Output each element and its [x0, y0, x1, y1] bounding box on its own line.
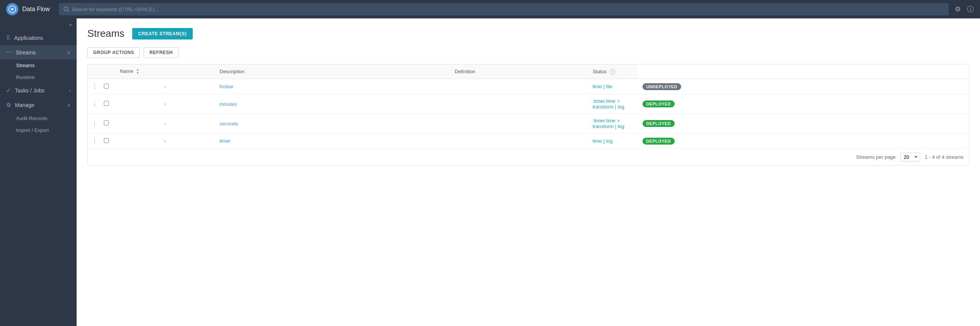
row-expand-cell[interactable]: › [115, 133, 215, 149]
stream-name-link[interactable]: minutes [220, 101, 237, 107]
expand-arrow-icon[interactable]: › [118, 101, 213, 107]
sort-desc-icon: ▼ [136, 72, 139, 75]
row-status-cell: DEPLOYED [638, 114, 969, 133]
row-name-cell: foobar [215, 79, 450, 94]
stream-name-link[interactable]: seconds [220, 121, 238, 127]
search-bar[interactable] [59, 3, 949, 15]
expand-col-header [102, 64, 115, 79]
sidebar-sub-item-runtime[interactable]: Runtime [0, 71, 77, 83]
status-badge: UNDEPLOYED [642, 83, 681, 90]
header-actions: ⚙ ⓘ [955, 5, 974, 14]
sidebar-item-manage[interactable]: ⚙ Manage ∨ [0, 98, 77, 112]
group-actions-button[interactable]: GROUP ACTIONS [87, 47, 140, 58]
sidebar-collapse[interactable]: « [0, 18, 77, 31]
checkbox-col-header [88, 64, 102, 79]
description-col-header: Description [215, 64, 450, 79]
row-expand-cell[interactable]: › [115, 79, 215, 94]
dots-menu-icon[interactable]: ⋮ [90, 137, 99, 145]
expand-arrow-icon[interactable]: › [118, 138, 213, 144]
streams-chevron-icon: ∨ [67, 50, 70, 55]
sort-asc-icon: ▲ [136, 68, 139, 71]
search-icon [64, 7, 69, 12]
table-row: ⋮ › timer time | log DEPLOYED [88, 133, 969, 149]
row-definition-cell: :timer.time > transform | log [588, 94, 638, 114]
definition-value: time | log [593, 138, 613, 144]
row-name-cell: seconds [215, 114, 450, 133]
table-row: ⋮ › seconds :timer.time > transform | lo… [88, 114, 969, 133]
tasks-icon: ✓ [6, 87, 11, 94]
row-description-cell [450, 133, 588, 149]
sidebar-item-tasks-label: Tasks / Jobs [15, 87, 44, 94]
sidebar-item-tasks[interactable]: ✓ Tasks / Jobs › [0, 83, 77, 98]
collapse-button[interactable]: « [69, 21, 72, 28]
dots-menu-icon[interactable]: ⋮ [90, 83, 99, 90]
table-footer: Streams per page 20 50 100 1 - 4 of 4 st… [88, 148, 969, 165]
row-expand-cell[interactable]: › [115, 94, 215, 114]
page-range-label: 1 - 4 of 4 streams [925, 154, 964, 160]
tasks-chevron-icon: › [69, 88, 70, 93]
app-title: Data Flow [22, 6, 50, 13]
status-info-icon[interactable]: i [610, 69, 615, 75]
name-col-header[interactable]: Name ▲ ▼ [115, 64, 215, 79]
row-checkbox[interactable] [104, 120, 109, 125]
row-checkbox-cell[interactable] [102, 94, 115, 114]
row-name-cell: timer [215, 133, 450, 149]
definition-value: :timer.time > transform | log [593, 118, 624, 129]
per-page-select[interactable]: 20 50 100 [900, 153, 920, 161]
refresh-button[interactable]: REFRESH [144, 47, 179, 58]
row-expand-cell[interactable]: › [115, 114, 215, 133]
manage-chevron-icon: ∨ [67, 102, 70, 108]
toolbar: GROUP ACTIONS REFRESH [87, 47, 969, 58]
definition-value: :timer.time > transform | log [593, 98, 624, 110]
row-dots-cell[interactable]: ⋮ [88, 79, 102, 94]
row-checkbox[interactable] [104, 84, 109, 89]
streams-table-container: Name ▲ ▼ Description Definition [87, 64, 969, 166]
app-header: Data Flow ⚙ ⓘ [0, 0, 980, 18]
page-title: Streams [87, 28, 125, 40]
expand-arrow-icon[interactable]: › [118, 121, 213, 126]
row-dots-cell[interactable]: ⋮ [88, 94, 102, 114]
row-dots-cell[interactable]: ⋮ [88, 133, 102, 149]
svg-point-1 [64, 7, 68, 11]
row-description-cell [450, 114, 588, 133]
definition-col-header: Definition [450, 64, 588, 79]
name-sort-icons[interactable]: ▲ ▼ [136, 68, 139, 75]
row-dots-cell[interactable]: ⋮ [88, 114, 102, 133]
row-definition-cell: time | file [588, 79, 638, 94]
sidebar-item-applications-label: Applications [14, 35, 43, 41]
stream-name-link[interactable]: foobar [220, 84, 234, 89]
dots-menu-icon[interactable]: ⋮ [90, 100, 99, 108]
row-checkbox[interactable] [104, 138, 109, 143]
stream-name-link[interactable]: timer [220, 138, 231, 144]
settings-icon[interactable]: ⚙ [955, 5, 961, 13]
search-input[interactable] [72, 7, 944, 12]
dots-menu-icon[interactable]: ⋮ [90, 120, 99, 127]
row-checkbox-cell[interactable] [102, 114, 115, 133]
row-name-cell: minutes [215, 94, 450, 114]
sidebar: « ⠿ Applications 〰 Streams ∨ Streams Run… [0, 18, 77, 326]
table-header-row: Name ▲ ▼ Description Definition [88, 64, 969, 79]
table-row: ⋮ › foobar time | file UNDEPLOYED [88, 79, 969, 94]
table-row: ⋮ › minutes :timer.time > transform | lo… [88, 94, 969, 114]
row-checkbox-cell[interactable] [102, 79, 115, 94]
row-description-cell [450, 79, 588, 94]
sidebar-sub-item-streams[interactable]: Streams [0, 59, 77, 71]
expand-arrow-icon[interactable]: › [118, 84, 213, 89]
status-col-header: Status i [588, 64, 638, 79]
row-checkbox-cell[interactable] [102, 133, 115, 149]
sidebar-sub-item-import-export[interactable]: Import / Export [0, 124, 77, 136]
sidebar-sub-item-audit-records[interactable]: Audit Records [0, 112, 77, 124]
info-icon[interactable]: ⓘ [967, 5, 974, 14]
applications-icon: ⠿ [6, 35, 10, 41]
row-checkbox[interactable] [104, 101, 109, 106]
definition-value: time | file [593, 84, 613, 89]
brand: Data Flow [6, 3, 50, 15]
row-status-cell: DEPLOYED [638, 133, 969, 149]
sidebar-item-streams[interactable]: 〰 Streams ∨ [0, 45, 77, 59]
status-badge: DEPLOYED [642, 120, 675, 127]
sidebar-item-manage-label: Manage [15, 102, 34, 108]
create-stream-button[interactable]: CREATE STREAM(S) [132, 28, 193, 40]
app-logo [6, 3, 18, 15]
row-definition-cell: :timer.time > transform | log [588, 114, 638, 133]
sidebar-item-applications[interactable]: ⠿ Applications [0, 31, 77, 45]
